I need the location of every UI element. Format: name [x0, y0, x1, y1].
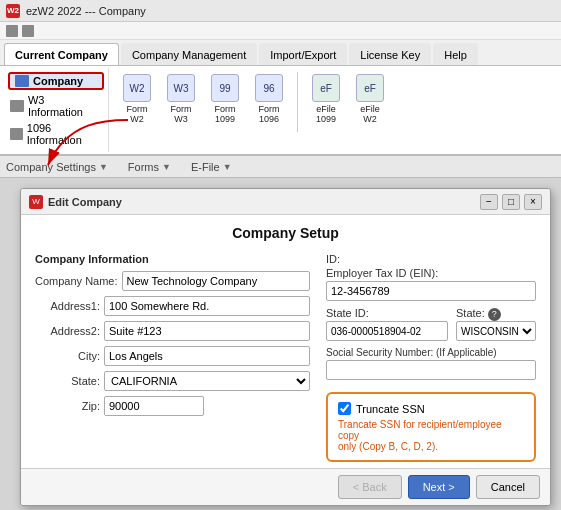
ssn-input[interactable]: [326, 360, 536, 380]
address1-row: Address1:: [35, 296, 310, 316]
section-expand-icon-2: ▼: [162, 162, 171, 172]
state-id-group: State ID:: [326, 307, 448, 341]
company-name-input[interactable]: [122, 271, 310, 291]
zip-label: Zip:: [35, 400, 100, 412]
efile-1099-icon: eF: [312, 74, 340, 102]
form-w3-label: FormW3: [171, 104, 192, 124]
form-right: ID: Employer Tax ID (EIN): State ID: Sta…: [326, 253, 536, 462]
state-id-row: State ID: State: ? WISCONSIN: [326, 307, 536, 341]
ribbon-sep-1: [297, 72, 298, 132]
section-expand-icon-1: ▼: [99, 162, 108, 172]
ribbon: Company W3 Information 1096 Information …: [0, 66, 561, 156]
quick-icon-2: [22, 25, 34, 37]
modal-minimize-btn[interactable]: −: [480, 194, 498, 210]
form-1099-label: Form1099: [215, 104, 236, 124]
w3-nav-icon: [10, 100, 24, 112]
address2-row: Address2:: [35, 321, 310, 341]
menu-bar: Current Company Company Management Impor…: [0, 40, 561, 66]
modal-body: Company Setup Company Information Compan…: [21, 215, 550, 468]
form-left: Company Information Company Name: Addres…: [35, 253, 310, 462]
ribbon-btn-form-1099[interactable]: 99 Form1099: [205, 72, 245, 126]
sidebar-nav-w3[interactable]: W3 Information: [4, 92, 108, 120]
section-forms[interactable]: Forms ▼: [128, 161, 171, 173]
ribbon-btn-form-1096[interactable]: 96 Form1096: [249, 72, 289, 126]
form-w2-icon: W2: [123, 74, 151, 102]
form-w2-label: FormW2: [127, 104, 148, 124]
form-1099-icon: 99: [211, 74, 239, 102]
modal-icon: W: [29, 195, 43, 209]
section-bar: Company Settings ▼ Forms ▼ E-File ▼: [0, 156, 561, 178]
title-bar-text: ezW2 2022 --- Company: [26, 5, 146, 17]
quick-access-toolbar: [0, 22, 561, 40]
sidebar-nav-company[interactable]: Company: [8, 72, 104, 90]
modal-footer: < Back Next > Cancel: [21, 468, 550, 505]
company-name-label: Company Name:: [35, 275, 118, 287]
modal-controls: − □ ×: [480, 194, 542, 210]
form-w3-icon: W3: [167, 74, 195, 102]
section-company-settings[interactable]: Company Settings ▼: [6, 161, 108, 173]
address2-label: Address2:: [35, 325, 100, 337]
city-label: City:: [35, 350, 100, 362]
tab-current-company[interactable]: Current Company: [4, 43, 119, 65]
quick-icon-1: [6, 25, 18, 37]
sidebar-nav: Company W3 Information 1096 Information: [4, 68, 109, 152]
back-button[interactable]: < Back: [338, 475, 402, 499]
efile-w2-icon: eF: [356, 74, 384, 102]
app-icon: W2: [6, 4, 20, 18]
form-1096-label: Form1096: [259, 104, 280, 124]
modal-title: Edit Company: [48, 196, 122, 208]
state-right-select[interactable]: WISCONSIN: [456, 321, 536, 341]
modal-title-bar: W Edit Company − □ ×: [21, 189, 550, 215]
form-title: Company Setup: [35, 225, 536, 241]
state-help-icon[interactable]: ?: [488, 308, 501, 321]
tab-company-management[interactable]: Company Management: [121, 43, 257, 65]
sidebar-nav-1096[interactable]: 1096 Information: [4, 120, 108, 148]
title-bar: W2 ezW2 2022 --- Company: [0, 0, 561, 22]
state-id-label: State ID:: [326, 307, 448, 319]
zip-row: Zip:: [35, 396, 310, 416]
app-icon-text: W2: [7, 6, 19, 15]
zip-input[interactable]: [104, 396, 204, 416]
main-content: W Edit Company − □ × Company Setup Compa…: [0, 178, 561, 510]
ssn-label: Social Security Number: (If Applicable): [326, 347, 536, 358]
section-e-file[interactable]: E-File ▼: [191, 161, 232, 173]
1096-nav-icon: [10, 128, 23, 140]
ssn-box: Truncate SSN Trancate SSN for recipient/…: [326, 392, 536, 462]
truncate-ssn-label: Truncate SSN: [356, 403, 425, 415]
form-1096-icon: 96: [255, 74, 283, 102]
id-label: ID:: [326, 253, 536, 265]
state-row: State: CALIFORNIA: [35, 371, 310, 391]
ssn-checkbox-row: Truncate SSN: [338, 402, 524, 415]
company-nav-icon: [15, 75, 29, 87]
state-group: State: ? WISCONSIN: [456, 307, 536, 341]
modal-close-btn[interactable]: ×: [524, 194, 542, 210]
state-label-row: State: ?: [456, 307, 536, 321]
section-expand-icon-3: ▼: [223, 162, 232, 172]
truncate-ssn-checkbox[interactable]: [338, 402, 351, 415]
efile-1099-label: eFile1099: [316, 104, 336, 124]
state-select[interactable]: CALIFORNIA: [104, 371, 310, 391]
ssn-warning: Trancate SSN for recipient/employee copy…: [338, 419, 524, 452]
tab-help[interactable]: Help: [433, 43, 478, 65]
modal-maximize-btn[interactable]: □: [502, 194, 520, 210]
tab-license-key[interactable]: License Key: [349, 43, 431, 65]
ribbon-btn-form-w2[interactable]: W2 FormW2: [117, 72, 157, 126]
city-input[interactable]: [104, 346, 310, 366]
ribbon-btn-form-w3[interactable]: W3 FormW3: [161, 72, 201, 126]
modal-title-left: W Edit Company: [29, 195, 122, 209]
address2-input[interactable]: [104, 321, 310, 341]
address1-input[interactable]: [104, 296, 310, 316]
efile-w2-label: eFileW2: [360, 104, 380, 124]
next-button[interactable]: Next >: [408, 475, 470, 499]
state-label-left: State:: [35, 375, 100, 387]
employer-tax-id-input[interactable]: [326, 281, 536, 301]
cancel-button[interactable]: Cancel: [476, 475, 540, 499]
address1-label: Address1:: [35, 300, 100, 312]
tab-import-export[interactable]: Import/Export: [259, 43, 347, 65]
edit-company-modal: W Edit Company − □ × Company Setup Compa…: [20, 188, 551, 506]
employer-tax-id-label: Employer Tax ID (EIN):: [326, 267, 536, 279]
ribbon-btn-efile-1099[interactable]: eF eFile1099: [306, 72, 346, 126]
ribbon-btn-efile-w2[interactable]: eF eFileW2: [350, 72, 390, 126]
state-id-input[interactable]: [326, 321, 448, 341]
state-label-right: State:: [456, 307, 485, 319]
